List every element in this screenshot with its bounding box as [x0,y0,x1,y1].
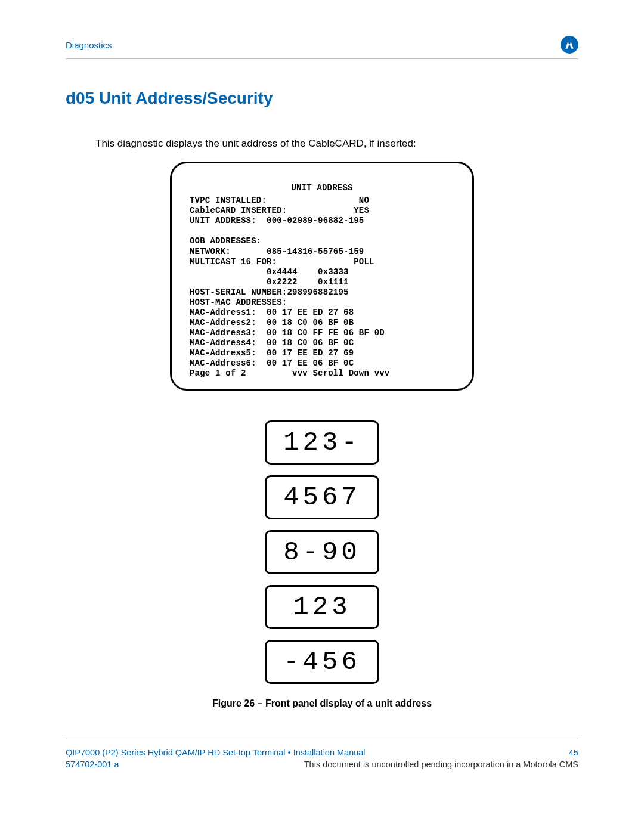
mac2-value: 00 18 C0 06 BF 0B [267,318,354,327]
mc-row1-a: 0x4444 [267,267,298,277]
footer-uncontrolled-note: This document is uncontrolled pending in… [304,760,578,769]
mac5-label: MAC-Address5: [190,348,256,358]
tvpc-value: NO [359,196,369,205]
header: Diagnostics [66,36,578,59]
led-row-2: 4567 [265,475,379,519]
oob-header: OOB ADDRESSES: [190,236,261,246]
footer-doc-number: 574702-001 a [66,760,119,769]
section-title: d05 Unit Address/Security [66,89,578,108]
mac4-value: 00 18 C0 06 BF 0C [267,338,354,348]
led-row-3: 8-90 [265,530,379,574]
mac5-value: 00 17 EE ED 27 69 [267,348,354,358]
mac3-label: MAC-Address3: [190,328,256,337]
screen-title: UNIT ADDRESS [190,183,454,193]
multicast-label: MULTICAST 16 FOR: [190,257,277,267]
cablecard-value: YES [354,206,369,215]
page-label: Page 1 of 2 [190,368,246,378]
figure-caption: Figure 26 – Front panel display of a uni… [66,698,578,709]
host-serial-value: 298996882195 [287,287,348,297]
diagnostic-screen: UNIT ADDRESSTVPC INSTALLED: NO CableCARD… [170,162,474,391]
host-serial-label: HOST-SERIAL NUMBER: [190,287,287,297]
page-container: Diagnostics d05 Unit Address/Security Th… [0,0,644,793]
mc-row2-b: 0x1111 [318,277,349,287]
motorola-logo-icon [561,36,578,54]
mac3-value: 00 18 C0 FF FE 06 BF 0D [267,328,385,337]
mc-row1-b: 0x3333 [318,267,349,277]
footer-page-number: 45 [569,748,578,757]
cablecard-label: CableCARD INSERTED: [190,206,287,215]
footer-manual-title: QIP7000 (P2) Series Hybrid QAM/IP HD Set… [66,748,366,757]
mc-row2-a: 0x2222 [267,277,298,287]
unit-addr-value: 000-02989-96882-195 [267,216,364,225]
led-row-4: 123 [265,585,379,629]
footer: QIP7000 (P2) Series Hybrid QAM/IP HD Set… [66,739,578,769]
network-value: 085-14316-55765-159 [267,247,364,256]
tvpc-label: TVPC INSTALLED: [190,196,267,205]
intro-text: This diagnostic displays the unit addres… [95,138,578,150]
led-row-5: -456 [265,640,379,684]
host-mac-header: HOST-MAC ADDRESSES: [190,298,287,307]
led-row-1: 123- [265,420,379,465]
unit-addr-label: UNIT ADDRESS: [190,216,256,225]
multicast-poll: POLL [354,257,374,267]
mac1-label: MAC-Address1: [190,308,256,317]
scroll-hint: vvv Scroll Down vvv [292,368,389,378]
breadcrumb: Diagnostics [66,40,112,50]
mac1-value: 00 17 EE ED 27 68 [267,308,354,317]
mac2-label: MAC-Address2: [190,318,256,327]
mac4-label: MAC-Address4: [190,338,256,348]
led-display-stack: 123- 4567 8-90 123 -456 [66,420,578,684]
mac6-value: 00 17 EE 06 BF 0C [267,358,354,368]
network-label: NETWORK: [190,247,231,256]
mac6-label: MAC-Address6: [190,358,256,368]
